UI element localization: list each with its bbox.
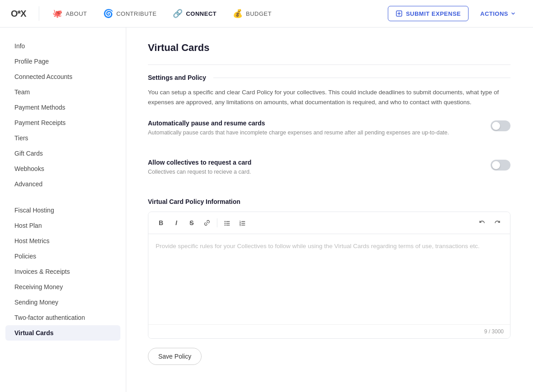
svg-point-3 [225, 222, 225, 223]
sidebar-item-profile-page[interactable]: Profile Page [0, 54, 126, 69]
toggle-request-card[interactable] [491, 160, 510, 171]
main-content: Virtual Cards Settings and Policy You ca… [126, 28, 532, 392]
about-icon: 🐙 [53, 9, 63, 18]
main-layout: Info Profile Page Connected Accounts Tea… [0, 28, 533, 392]
sidebar-item-fiscal-hosting[interactable]: Fiscal Hosting [0, 203, 126, 218]
top-navigation: O*X 🐙 ABOUT 🌀 CONTRIBUTE 🔗 CONNECT 💰 BUD… [0, 0, 533, 28]
toolbar-italic-button[interactable]: I [169, 216, 184, 230]
toggle-info-pause: Automatically pause and resume cards Aut… [148, 120, 491, 137]
toggle-pause-cards[interactable] [491, 120, 510, 131]
submit-expense-icon [395, 10, 403, 17]
toggle-label-pause: Automatically pause and resume cards [148, 120, 480, 127]
actions-button[interactable]: ACTIONS [474, 7, 522, 21]
contribute-icon: 🌀 [103, 9, 113, 18]
editor-placeholder: Provide specific rules for your Collecti… [156, 241, 503, 251]
sidebar-item-connected-accounts[interactable]: Connected Accounts [0, 69, 126, 84]
policy-editor-container: B I S [148, 212, 510, 339]
toolbar-unordered-list-button[interactable] [220, 216, 234, 230]
toggle-label-request: Allow collectives to request a card [148, 159, 480, 166]
sidebar-item-payment-methods[interactable]: Payment Methods [0, 100, 126, 115]
toolbar-strikethrough-button[interactable]: S [184, 216, 199, 230]
nav-item-connect[interactable]: 🔗 CONNECT [165, 0, 225, 28]
nav-item-about[interactable]: 🐙 ABOUT [45, 0, 95, 28]
page-title: Virtual Cards [148, 42, 510, 54]
sidebar-item-info[interactable]: Info [0, 38, 126, 54]
settings-section-title: Settings and Policy [148, 74, 206, 81]
submit-expense-label: SUBMIT EXPENSE [406, 10, 461, 17]
settings-section-header: Settings and Policy [148, 74, 510, 81]
nav-actions: SUBMIT EXPENSE ACTIONS [388, 6, 522, 21]
toolbar-separator-1 [217, 218, 217, 227]
toggle-desc-pause: Automatically pause cards that have inco… [148, 129, 480, 137]
toolbar-link-button[interactable] [200, 216, 214, 230]
nav-label-connect: CONNECT [186, 10, 216, 17]
editor-toolbar: B I S [148, 212, 510, 234]
link-icon [204, 220, 210, 226]
sidebar-item-host-plan[interactable]: Host Plan [0, 218, 126, 233]
sidebar-item-webhooks[interactable]: Webhooks [0, 161, 126, 176]
sidebar-item-sending-money[interactable]: Sending Money [0, 295, 126, 310]
nav-items: 🐙 ABOUT 🌀 CONTRIBUTE 🔗 CONNECT 💰 BUDGET [45, 0, 388, 28]
sidebar-item-gift-cards[interactable]: Gift Cards [0, 146, 126, 161]
nav-item-budget[interactable]: 💰 BUDGET [225, 0, 280, 28]
toolbar-bold-button[interactable]: B [154, 216, 168, 230]
sidebar-item-payment-receipts[interactable]: Payment Receipts [0, 115, 126, 130]
toggle-request-card-slider [491, 160, 510, 171]
sidebar-gap [0, 192, 126, 203]
toggle-row-request-card: Allow collectives to request a card Coll… [148, 159, 510, 187]
sidebar-item-virtual-cards[interactable]: Virtual Cards [5, 325, 120, 341]
undo-icon [478, 219, 486, 226]
toggle-row-pause-cards: Automatically pause and resume cards Aut… [148, 120, 510, 148]
toolbar-ordered-list-button[interactable]: 1. 2. 3. [235, 216, 250, 230]
toolbar-redo-button[interactable] [490, 216, 505, 230]
redo-icon [494, 219, 501, 226]
actions-label: ACTIONS [480, 10, 508, 17]
sidebar-item-host-metrics[interactable]: Host Metrics [0, 233, 126, 249]
submit-expense-button[interactable]: SUBMIT EXPENSE [388, 6, 469, 21]
budget-icon: 💰 [233, 9, 243, 18]
settings-description: You can setup a specific and clear Card … [148, 88, 510, 107]
save-policy-button[interactable]: Save Policy [148, 348, 202, 365]
nav-label-about: ABOUT [66, 10, 87, 17]
nav-divider [39, 6, 39, 21]
toggle-desc-request: Collectives can request to recieve a car… [148, 168, 480, 176]
logo[interactable]: O*X [11, 9, 26, 19]
settings-section-line [213, 78, 510, 78]
connect-icon: 🔗 [173, 9, 183, 18]
sidebar-item-tiers[interactable]: Tiers [0, 130, 126, 146]
sidebar-item-two-factor-auth[interactable]: Two-factor authentication [0, 310, 126, 325]
svg-point-1 [225, 221, 225, 221]
sidebar: Info Profile Page Connected Accounts Tea… [0, 28, 126, 392]
policy-section-title: Virtual Card Policy Information [148, 198, 510, 205]
policy-editor-body[interactable]: Provide specific rules for your Collecti… [148, 234, 510, 324]
sidebar-item-team[interactable]: Team [0, 84, 126, 100]
sidebar-item-receiving-money[interactable]: Receiving Money [0, 279, 126, 295]
nav-label-budget: BUDGET [246, 10, 271, 17]
character-count: 9 / 3000 [484, 328, 504, 335]
logo-text: O*X [11, 9, 26, 19]
toolbar-undo-button[interactable] [475, 216, 489, 230]
sidebar-item-advanced[interactable]: Advanced [0, 176, 126, 192]
title-divider [148, 65, 510, 65]
toggle-pause-cards-slider [491, 120, 510, 131]
svg-point-5 [225, 224, 225, 225]
nav-label-contribute: CONTRIBUTE [116, 10, 157, 17]
editor-counter: 9 / 3000 [148, 324, 510, 338]
sidebar-item-invoices-receipts[interactable]: Invoices & Receipts [0, 264, 126, 279]
ordered-list-icon: 1. 2. 3. [239, 219, 246, 226]
nav-item-contribute[interactable]: 🌀 CONTRIBUTE [95, 0, 165, 28]
svg-text:3.: 3. [239, 224, 242, 226]
chevron-down-icon [510, 11, 516, 16]
toggle-info-request: Allow collectives to request a card Coll… [148, 159, 491, 176]
unordered-list-icon [224, 219, 231, 226]
sidebar-item-policies[interactable]: Policies [0, 249, 126, 264]
